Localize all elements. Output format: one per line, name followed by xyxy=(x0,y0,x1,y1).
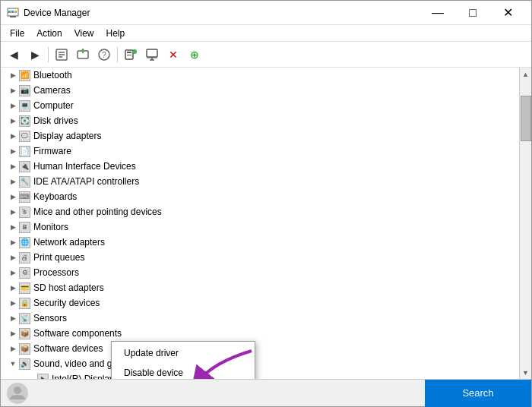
disk-icon: 💽 xyxy=(19,115,30,127)
tree-item-network[interactable]: ▶ 🌐 Network adapters xyxy=(1,235,519,250)
expand-keyboards[interactable]: ▶ xyxy=(7,191,19,203)
expand-processors[interactable]: ▶ xyxy=(7,267,19,279)
tree-item-intel-audio[interactable]: 🔈 Intel(R) Display Audio xyxy=(1,371,519,379)
software-comp-icon: 📦 xyxy=(19,328,30,339)
expand-disk[interactable]: ▶ xyxy=(7,115,19,127)
expand-intel xyxy=(25,373,37,379)
tree-item-display[interactable]: ▶ 🖵 Display adapters xyxy=(1,128,519,144)
scroll-down-button[interactable]: ▼ xyxy=(520,366,532,379)
expand-bluetooth[interactable]: ▶ xyxy=(7,69,19,81)
properties-button[interactable] xyxy=(52,45,71,65)
menu-help[interactable]: Help xyxy=(100,27,131,40)
svg-rect-17 xyxy=(147,49,157,57)
tree-item-sensors[interactable]: ▶ 📡 Sensors xyxy=(1,311,519,326)
device-tree[interactable]: ▶ 📶 Bluetooth ▶ 📷 Cameras ▶ 💻 Computer ▶… xyxy=(1,68,519,379)
display-icon: 🖵 xyxy=(19,131,30,142)
menu-view[interactable]: View xyxy=(68,27,100,40)
expand-hid[interactable]: ▶ xyxy=(7,160,19,172)
status-left xyxy=(1,383,425,404)
tree-item-processors[interactable]: ▶ ⚙ Processors xyxy=(1,265,519,280)
expand-security[interactable]: ▶ xyxy=(7,297,19,309)
device-manager-button[interactable] xyxy=(142,45,162,65)
expand-print[interactable]: ▶ xyxy=(7,251,19,263)
expand-firmware[interactable]: ▶ xyxy=(7,145,19,157)
tree-item-bluetooth[interactable]: ▶ 📶 Bluetooth xyxy=(1,68,519,83)
window-controls: — □ ✕ xyxy=(420,1,525,25)
tree-item-software-comp[interactable]: ▶ 📦 Software components xyxy=(1,326,519,341)
bluetooth-label: Bluetooth xyxy=(33,70,72,80)
expand-display[interactable]: ▶ xyxy=(7,130,19,142)
tree-item-sound[interactable]: ▼ 🔊 Sound, video and game controllers xyxy=(1,356,519,371)
toolbar-separator-1 xyxy=(48,47,49,62)
menu-bar: File Action View Help xyxy=(1,25,531,42)
expand-sw-dev[interactable]: ▶ xyxy=(7,342,19,355)
update-driver-button[interactable] xyxy=(73,45,93,65)
sensors-icon: 📡 xyxy=(19,313,30,324)
scroll-up-button[interactable]: ▲ xyxy=(520,68,532,80)
ide-label: IDE ATA/ATAPI controllers xyxy=(33,176,139,187)
add-button[interactable]: ⊕ xyxy=(185,45,204,65)
search-button[interactable]: Search xyxy=(425,380,531,407)
expand-sd[interactable]: ▶ xyxy=(7,282,19,294)
tree-item-cameras[interactable]: ▶ 📷 Cameras xyxy=(1,83,519,98)
tree-item-computer[interactable]: ▶ 💻 Computer xyxy=(1,98,519,113)
svg-point-22 xyxy=(14,386,21,394)
forward-button[interactable]: ▶ xyxy=(25,45,45,65)
menu-action[interactable]: Action xyxy=(30,27,68,40)
tree-item-keyboards[interactable]: ▶ ⌨ Keyboards xyxy=(1,189,519,204)
close-button[interactable]: ✕ xyxy=(490,1,525,25)
software-dev-icon: 📦 xyxy=(19,343,30,355)
expand-sound[interactable]: ▼ xyxy=(7,358,19,370)
minimize-button[interactable]: — xyxy=(420,1,455,25)
tree-item-security[interactable]: ▶ 🔒 Security devices xyxy=(1,295,519,311)
expand-monitors[interactable]: ▶ xyxy=(7,221,19,233)
vertical-scrollbar[interactable]: ▲ ▼ xyxy=(519,68,531,379)
monitors-label: Monitors xyxy=(33,222,68,232)
expand-sensors[interactable]: ▶ xyxy=(7,312,19,324)
scrollbar-thumb[interactable] xyxy=(521,96,531,141)
ctx-disable-device[interactable]: Disable device xyxy=(112,363,255,379)
tree-item-software-dev[interactable]: ▶ 📦 Software devices xyxy=(1,341,519,356)
maximize-button[interactable]: □ xyxy=(455,1,490,25)
hid-label: Human Interface Devices xyxy=(33,161,136,172)
tree-item-disk-drives[interactable]: ▶ 💽 Disk drives xyxy=(1,113,519,128)
expand-ide[interactable]: ▶ xyxy=(7,175,19,188)
mice-label: Mice and other pointing devices xyxy=(33,207,162,217)
main-area: ▶ 📶 Bluetooth ▶ 📷 Cameras ▶ 💻 Computer ▶… xyxy=(1,68,531,379)
mice-icon: 🖱 xyxy=(19,207,30,218)
title-bar: Device Manager — □ ✕ xyxy=(1,1,531,25)
print-icon: 🖨 xyxy=(19,252,30,263)
print-label: Print queues xyxy=(33,252,84,263)
expand-cameras[interactable]: ▶ xyxy=(7,84,19,96)
svg-rect-2 xyxy=(8,11,11,13)
scan-button[interactable] xyxy=(121,45,141,65)
hid-icon: 🔌 xyxy=(19,161,30,172)
back-button[interactable]: ◀ xyxy=(4,45,24,65)
device-manager-window: Device Manager — □ ✕ File Action View He… xyxy=(0,0,532,407)
tree-item-firmware[interactable]: ▶ 📄 Firmware xyxy=(1,144,519,159)
bluetooth-icon: 📶 xyxy=(19,70,30,81)
processors-icon: ⚙ xyxy=(19,267,30,279)
cameras-icon: 📷 xyxy=(19,85,30,96)
keyboards-label: Keyboards xyxy=(33,191,77,202)
computer-icon: 💻 xyxy=(19,100,30,112)
expand-network[interactable]: ▶ xyxy=(7,236,19,248)
tree-item-mice[interactable]: ▶ 🖱 Mice and other pointing devices xyxy=(1,204,519,219)
uninstall-button[interactable]: ✕ xyxy=(163,45,183,65)
tree-item-hid[interactable]: ▶ 🔌 Human Interface Devices xyxy=(1,159,519,174)
network-label: Network adapters xyxy=(33,237,105,248)
expand-sw-comp[interactable]: ▶ xyxy=(7,327,19,339)
tree-item-ide[interactable]: ▶ 🔧 IDE ATA/ATAPI controllers xyxy=(1,174,519,189)
keyboards-icon: ⌨ xyxy=(19,191,30,203)
tree-item-sd[interactable]: ▶ 💳 SD host adapters xyxy=(1,280,519,295)
help-button[interactable]: ? xyxy=(94,45,114,65)
tree-item-monitors[interactable]: ▶ 🖥 Monitors xyxy=(1,219,519,235)
expand-mice[interactable]: ▶ xyxy=(7,206,19,218)
intel-audio-icon: 🔈 xyxy=(37,374,49,380)
expand-computer[interactable]: ▶ xyxy=(7,99,19,112)
ctx-update-driver[interactable]: Update driver xyxy=(112,343,255,363)
menu-file[interactable]: File xyxy=(4,27,30,40)
svg-point-16 xyxy=(132,49,137,54)
security-icon: 🔒 xyxy=(19,298,30,309)
tree-item-print[interactable]: ▶ 🖨 Print queues xyxy=(1,250,519,265)
